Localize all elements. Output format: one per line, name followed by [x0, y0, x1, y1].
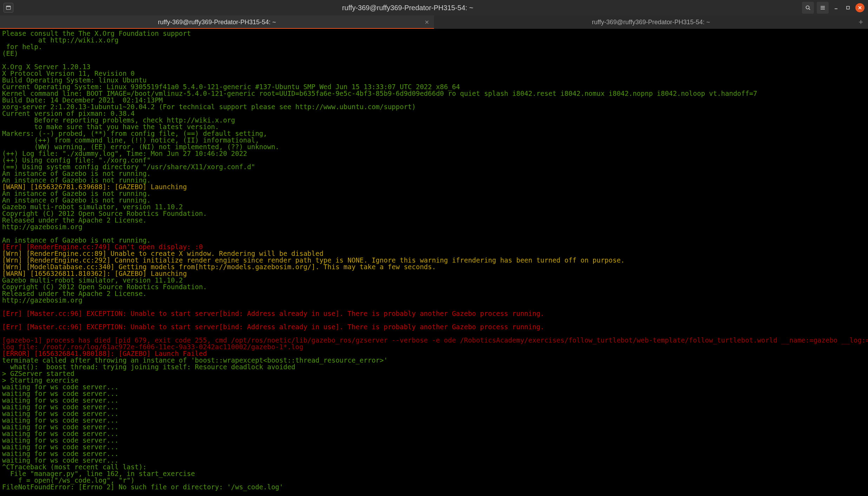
svg-point-2	[806, 6, 809, 9]
window-titlebar: ruffy-369@ruffy369-Predator-PH315-54: ~	[0, 0, 868, 15]
search-button[interactable]	[802, 2, 814, 14]
log-line: http://gazebosim.org	[2, 296, 83, 304]
svg-rect-1	[6, 6, 11, 7]
search-icon	[805, 5, 811, 11]
terminal-tab-2[interactable]: ruffy-369@ruffy369-Predator-PH315-54: ~ …	[434, 15, 868, 29]
terminal-tabbar: ruffy-369@ruffy369-Predator-PH315-54: ~ …	[0, 15, 868, 29]
tab-label: ruffy-369@ruffy369-Predator-PH315-54: ~	[158, 19, 276, 26]
close-button[interactable]	[855, 3, 864, 12]
svg-rect-8	[847, 6, 849, 9]
titlebar-left	[4, 3, 13, 13]
window-title: ruffy-369@ruffy369-Predator-PH315-54: ~	[13, 4, 802, 12]
hamburger-icon	[820, 5, 826, 11]
new-tab-icon[interactable]: +	[859, 18, 863, 27]
log-line: FileNotFoundError: [Errno 2] No such fil…	[2, 483, 283, 491]
terminal-tab-1[interactable]: ruffy-369@ruffy369-Predator-PH315-54: ~ …	[0, 15, 434, 29]
log-line: (EE)	[2, 49, 22, 57]
titlebar-right	[802, 2, 864, 14]
maximize-icon	[846, 5, 850, 10]
minimize-icon	[834, 5, 839, 10]
close-icon	[858, 6, 862, 10]
app-menu-icon[interactable]	[4, 3, 13, 13]
hamburger-menu-button[interactable]	[817, 2, 829, 14]
tab-close-icon[interactable]: ✕	[425, 19, 429, 26]
maximize-button[interactable]	[843, 3, 853, 12]
log-line: [Err] [Master.cc:96] EXCEPTION: Unable t…	[2, 310, 544, 317]
log-line: http://gazebosim.org	[2, 223, 83, 231]
svg-line-3	[809, 9, 810, 10]
terminal-output[interactable]: Please consult the The X.Org Foundation …	[0, 29, 868, 496]
minimize-button[interactable]	[831, 3, 841, 12]
log-line: [Err] [Master.cc:96] EXCEPTION: Unable t…	[2, 323, 544, 331]
tab-label: ruffy-369@ruffy369-Predator-PH315-54: ~	[592, 19, 710, 26]
